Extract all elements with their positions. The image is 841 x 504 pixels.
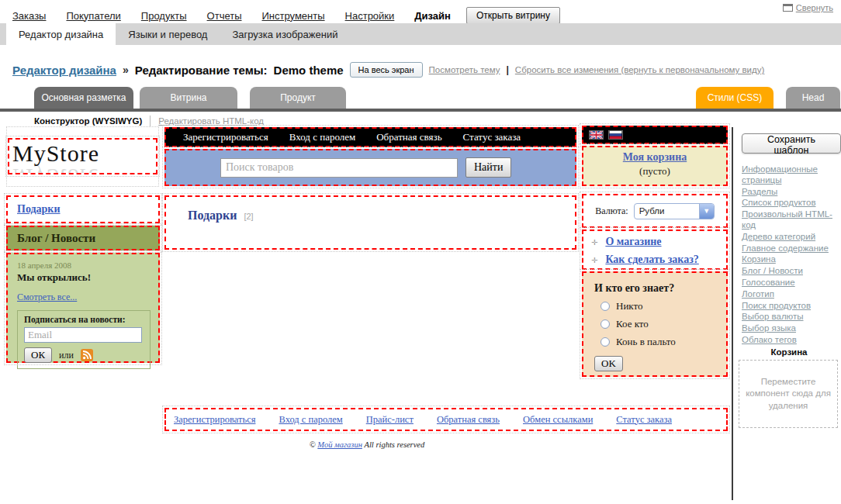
subnav-languages[interactable]: Языки и перевод: [116, 23, 220, 45]
footer-link[interactable]: Обратная связь: [437, 414, 500, 426]
my-cart-link[interactable]: Моя корзина: [623, 151, 687, 163]
component-list-item: Разделы: [742, 187, 839, 198]
info-page-link[interactable]: О магазине: [605, 236, 661, 248]
radio-button[interactable]: [600, 302, 610, 311]
component-link[interactable]: Дерево категорий: [742, 232, 815, 241]
dropzone-text: Переместите компонент сюда для удаления: [746, 376, 831, 413]
blog-content-component[interactable]: 18 апреля 2008 Мы открылись! Смотреть вс…: [6, 253, 160, 363]
ru-flag-icon[interactable]: [608, 130, 623, 140]
view-theme-link[interactable]: Посмотреть тему: [429, 65, 500, 74]
tab-storefront[interactable]: Витрина: [140, 87, 237, 109]
poll-option-label: Кое кто: [616, 318, 649, 330]
radio-button[interactable]: [600, 319, 610, 329]
component-link[interactable]: Логотип: [742, 289, 774, 299]
theme-name: Demo theme: [274, 64, 344, 77]
currency-select[interactable]: Рубли ▼: [634, 203, 715, 219]
poll-option-row: Никто: [600, 300, 726, 312]
preview-top-link[interactable]: Статус заказа: [463, 131, 521, 143]
component-link[interactable]: Произвольный HTML-код: [742, 209, 832, 230]
blog-post-date: 18 апреля 2008: [17, 261, 149, 270]
component-link[interactable]: Выбор языка: [742, 323, 796, 333]
poll-ok-button[interactable]: OK: [594, 356, 623, 371]
bullet-icon: ✛: [591, 256, 597, 264]
email-field[interactable]: [24, 327, 142, 343]
breadcrumb-design-editor-link[interactable]: Редактор дизайна: [12, 64, 116, 77]
store-copyright-link[interactable]: Мой магазин: [317, 440, 362, 449]
footer-link[interactable]: Статус заказа: [616, 414, 672, 426]
collapse-link[interactable]: Свернуть: [796, 3, 833, 12]
save-template-button[interactable]: Сохранить шаблон: [742, 133, 841, 154]
preview-top-link[interactable]: Вход с паролем: [289, 131, 356, 143]
delete-dropzone[interactable]: Переместите компонент сюда для удаления: [739, 360, 838, 428]
currency-label: Валюта:: [595, 205, 628, 217]
footer-link[interactable]: Обмен ссылками: [523, 414, 593, 426]
radio-button[interactable]: [600, 337, 610, 347]
component-link[interactable]: Главное содержание: [742, 243, 829, 253]
tab-main-layout[interactable]: Основная разметка: [34, 87, 133, 109]
preview-top-link[interactable]: Зарегистрироваться: [183, 131, 268, 143]
main-content-component[interactable]: Подарки [2]: [164, 195, 576, 250]
cart-component[interactable]: Моя корзина (пусто): [582, 146, 728, 186]
blog-header-component[interactable]: Блог / Новости: [6, 226, 160, 250]
mode-wysiwyg-label: Конструктор (WYSIWYG): [34, 116, 142, 126]
rss-icon[interactable]: [81, 349, 93, 361]
blog-see-all-link[interactable]: Смотреть все...: [17, 292, 77, 303]
collapse-control: Свернуть: [783, 3, 833, 12]
subnav-image-upload[interactable]: Загрузка изображений: [220, 23, 350, 45]
top-nav-link[interactable]: Покупатели: [66, 10, 120, 22]
component-link[interactable]: Блог / Новости: [742, 266, 803, 275]
component-link[interactable]: Выбор валюты: [742, 312, 804, 321]
top-nav-link[interactable]: Настройки: [345, 10, 395, 22]
preview-top-links-component[interactable]: ЗарегистрироватьсяВход с паролемОбратная…: [164, 127, 576, 147]
search-input[interactable]: [220, 158, 458, 178]
component-link[interactable]: Поиск продуктов: [742, 301, 811, 310]
component-list-item: Облако тегов: [742, 335, 839, 346]
component-link[interactable]: Корзина: [742, 254, 776, 264]
category-link-gifts[interactable]: Подарки: [17, 203, 61, 216]
window-icon: [783, 4, 793, 12]
poll-component[interactable]: И кто его знает? Никто Кое кто Конь в па…: [582, 271, 728, 377]
footer-link[interactable]: Зарегистрироваться: [174, 414, 255, 426]
currency-selector-component[interactable]: Валюта: Рубли ▼: [582, 194, 728, 228]
vertical-divider: [150, 116, 151, 126]
top-nav-link[interactable]: Продукты: [141, 10, 187, 22]
tab-css[interactable]: Стили (CSS): [696, 87, 774, 109]
component-list-item: Выбор языка: [742, 323, 839, 334]
subnav-design-editor[interactable]: Редактор дизайна: [6, 23, 116, 45]
currency-selected-value: Рубли: [635, 206, 699, 216]
component-link[interactable]: Голосование: [742, 278, 795, 287]
tab-design[interactable]: Дизайн: [414, 10, 451, 22]
store-logo-reflection: MyStore: [12, 165, 99, 174]
tab-product[interactable]: Продукт: [250, 87, 346, 109]
top-nav-link[interactable]: Отчеты: [207, 10, 242, 22]
info-page-link[interactable]: Как сделать заказ?: [605, 254, 698, 266]
tab-head[interactable]: Head: [786, 87, 840, 109]
component-link[interactable]: Список продуктов: [742, 198, 816, 207]
component-list-item: Выбор валюты: [742, 312, 839, 323]
fullscreen-button[interactable]: На весь экран: [350, 62, 423, 78]
footer-links-component[interactable]: ЗарегистрироватьсяВход с паролемПрайс-ли…: [164, 408, 728, 431]
edit-html-link[interactable]: Редактировать HTML-код: [158, 116, 264, 126]
component-link[interactable]: Облако тегов: [742, 335, 797, 344]
component-list-item: Произвольный HTML-код: [742, 209, 839, 231]
categories-component[interactable]: Подарки: [6, 195, 160, 223]
footer-link[interactable]: Вход с паролем: [279, 414, 342, 426]
poll-question: И кто его знает?: [594, 282, 726, 295]
open-storefront-button[interactable]: Открыть витрину: [466, 7, 560, 24]
subscribe-ok-button[interactable]: ОК: [24, 347, 52, 363]
top-nav-link[interactable]: Заказы: [12, 10, 46, 22]
component-link[interactable]: Разделы: [742, 187, 777, 196]
logo-component[interactable]: MyStore MyStore: [8, 138, 157, 174]
info-pages-component[interactable]: ✛ О магазине ✛ Как сделать заказ?: [582, 230, 728, 270]
footer-link[interactable]: Прайс-лист: [366, 414, 414, 426]
poll-option-row: Кое кто: [600, 318, 726, 330]
language-selector-component[interactable]: [582, 126, 728, 144]
top-nav-link[interactable]: Инструменты: [262, 10, 325, 22]
preview-top-link[interactable]: Обратная связь: [376, 131, 441, 143]
uk-flag-icon[interactable]: [589, 130, 604, 140]
product-search-component[interactable]: Найти: [164, 149, 576, 186]
reset-changes-link[interactable]: Сбросить все изменения (вернуть к первон…: [515, 65, 764, 74]
component-link[interactable]: Информационные страницы: [742, 164, 818, 185]
design-editor-screen: Свернуть ЗаказыПокупателиПродуктыОтчетыИ…: [0, 0, 841, 504]
search-button[interactable]: Найти: [465, 157, 511, 178]
